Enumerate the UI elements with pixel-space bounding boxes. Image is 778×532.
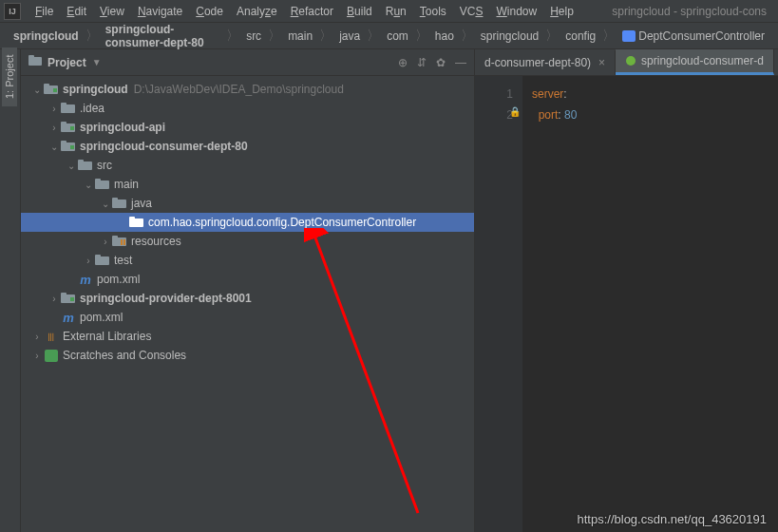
- yaml-key: port: [539, 108, 559, 122]
- breadcrumb-item[interactable]: springcloud: [475, 28, 544, 45]
- locate-icon[interactable]: ⊕: [398, 56, 408, 69]
- chevron-down-icon[interactable]: ⌄: [65, 161, 78, 171]
- breadcrumb-item[interactable]: com: [381, 28, 414, 45]
- breadcrumb-item[interactable]: java: [333, 28, 366, 45]
- svg-rect-15: [78, 160, 84, 163]
- menu-item[interactable]: Build: [340, 3, 379, 20]
- menu-item[interactable]: VCS: [453, 3, 490, 20]
- menu-item[interactable]: Help: [543, 3, 580, 20]
- dropdown-icon[interactable]: ▼: [92, 57, 102, 67]
- menu-item[interactable]: Code: [189, 3, 230, 20]
- tree-label: Scratches and Consoles: [63, 349, 186, 362]
- editor-tab[interactable]: springcloud-consumer-d: [616, 49, 774, 75]
- breadcrumb-item[interactable]: springcloud: [8, 28, 85, 45]
- lock-icon: 🔒: [509, 106, 521, 117]
- tree-row[interactable]: ⌄springcloud-consumer-dept-80: [21, 137, 474, 156]
- code-editor[interactable]: 1 2 🔒 server: port: 80: [475, 76, 778, 532]
- chevron-right-icon: 〉: [226, 28, 239, 45]
- project-panel-icon: [28, 55, 42, 69]
- menu-item[interactable]: Analyze: [230, 3, 284, 20]
- tool-window-stripe: 1: Project: [0, 49, 21, 532]
- editor-tab[interactable]: d-consumer-dept-80)×: [475, 50, 616, 75]
- tree-row[interactable]: ›.idea: [21, 99, 474, 118]
- tree-row[interactable]: mpom.xml: [21, 270, 474, 289]
- menu-item[interactable]: View: [93, 3, 131, 20]
- chevron-down-icon[interactable]: ⌄: [99, 199, 112, 209]
- breadcrumb-item[interactable]: DeptConsumerController: [617, 28, 770, 45]
- tree-row[interactable]: ›Scratches and Consoles: [21, 346, 474, 365]
- module-icon: [61, 292, 76, 305]
- tree-row[interactable]: ›springcloud-api: [21, 118, 474, 137]
- breadcrumb-item[interactable]: hao: [429, 28, 460, 45]
- chevron-right-icon[interactable]: ›: [47, 104, 61, 114]
- chevron-right-icon[interactable]: ›: [30, 351, 44, 361]
- maven-icon: m: [61, 311, 76, 324]
- editor-area: d-consumer-dept-80)×springcloud-consumer…: [475, 49, 778, 532]
- breadcrumb: springcloud〉springcloud-consumer-dept-80…: [0, 23, 778, 49]
- chevron-right-icon: 〉: [319, 28, 332, 45]
- editor-tabs: d-consumer-dept-80)×springcloud-consumer…: [475, 49, 778, 76]
- svg-rect-17: [95, 179, 101, 182]
- breadcrumb-item[interactable]: src: [240, 28, 267, 45]
- project-tree[interactable]: ⌄springcloudD:\JavaWebDev\IDEA_Demo\spri…: [21, 76, 474, 532]
- tree-label: springcloud-consumer-dept-80: [80, 140, 248, 153]
- menu-item[interactable]: Refactor: [284, 3, 340, 20]
- chevron-right-icon[interactable]: ›: [47, 123, 61, 133]
- menu-item[interactable]: Edit: [60, 3, 93, 20]
- svg-rect-27: [95, 255, 101, 258]
- hide-icon[interactable]: —: [455, 56, 466, 69]
- project-panel: Project ▼ ⊕ ⇵ ✿ — ⌄springcloudD:\JavaWeb…: [21, 49, 475, 532]
- close-icon[interactable]: ×: [598, 56, 605, 69]
- tree-row[interactable]: ⌄springcloudD:\JavaWebDev\IDEA_Demo\spri…: [21, 80, 474, 99]
- chevron-down-icon[interactable]: ⌄: [47, 142, 61, 152]
- breadcrumb-item[interactable]: config: [560, 28, 601, 45]
- tree-label: src: [97, 159, 112, 172]
- module-icon: [61, 140, 76, 153]
- settings-icon[interactable]: ✿: [436, 56, 446, 69]
- menu-item[interactable]: Navigate: [131, 3, 189, 20]
- resources-icon: [112, 235, 127, 248]
- menubar: IJ FileEditViewNavigateCodeAnalyzeRefact…: [0, 0, 778, 23]
- app-logo: IJ: [4, 3, 21, 20]
- svg-rect-29: [61, 293, 66, 296]
- tab-label: springcloud-consumer-d: [641, 54, 764, 67]
- chevron-right-icon[interactable]: ›: [99, 237, 112, 247]
- project-panel-header: Project ▼ ⊕ ⇵ ✿ —: [21, 49, 474, 76]
- chevron-down-icon[interactable]: ⌄: [82, 180, 95, 190]
- tree-row[interactable]: ›test: [21, 251, 474, 270]
- tree-row[interactable]: com.hao.springcloud.config.DeptConsumerC…: [21, 213, 474, 232]
- tree-row[interactable]: ›springcloud-provider-dept-8001: [21, 289, 474, 308]
- code-content[interactable]: server: port: 80: [522, 76, 586, 532]
- menu-item[interactable]: Window: [489, 3, 543, 20]
- tree-label-path: D:\JavaWebDev\IDEA_Demo\springcloud: [134, 83, 344, 96]
- line-gutter: 1 2: [475, 76, 522, 532]
- tree-row[interactable]: ⌄main: [21, 175, 474, 194]
- tab-label: d-consumer-dept-80): [484, 56, 591, 69]
- breadcrumb-item[interactable]: main: [282, 28, 318, 45]
- project-tool-tab[interactable]: 1: Project: [2, 48, 17, 106]
- chevron-right-icon[interactable]: ›: [47, 294, 61, 304]
- breadcrumb-item[interactable]: springcloud-consumer-dept-80: [100, 21, 225, 51]
- tree-row[interactable]: ›⫼External Libraries: [21, 327, 474, 346]
- window-title: springcloud - springcloud-cons: [612, 5, 774, 18]
- tree-row[interactable]: ⌄java: [21, 194, 474, 213]
- chevron-down-icon[interactable]: ⌄: [30, 85, 44, 95]
- svg-rect-9: [61, 122, 66, 125]
- menu-item[interactable]: File: [28, 3, 60, 20]
- tree-row[interactable]: ›resources: [21, 232, 474, 251]
- svg-rect-30: [70, 297, 74, 301]
- tree-label: resources: [131, 235, 181, 248]
- chevron-right-icon[interactable]: ›: [82, 256, 95, 266]
- svg-rect-4: [44, 84, 49, 87]
- yaml-colon: :: [563, 87, 566, 101]
- chevron-right-icon[interactable]: ›: [30, 332, 44, 342]
- svg-point-32: [626, 56, 636, 66]
- menu-item[interactable]: Run: [379, 3, 413, 20]
- tree-row[interactable]: mpom.xml: [21, 308, 474, 327]
- menu-item[interactable]: Tools: [413, 3, 453, 20]
- tree-row[interactable]: ⌄src: [21, 156, 474, 175]
- maven-icon: m: [78, 273, 93, 286]
- collapse-icon[interactable]: ⇵: [417, 56, 427, 69]
- tree-label: External Libraries: [63, 330, 151, 343]
- module-icon: [61, 121, 76, 134]
